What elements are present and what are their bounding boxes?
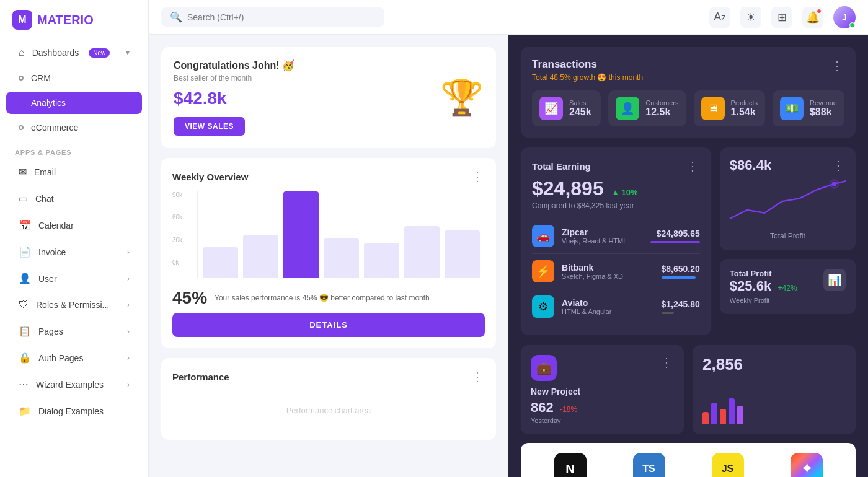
- dialog-icon: 📁: [19, 405, 31, 417]
- weekly-summary: 45% Your sales performance is 45% 😎 bett…: [172, 283, 485, 308]
- sidebar-item-email[interactable]: ✉ Email: [6, 160, 142, 184]
- svg-point-0: [832, 182, 836, 186]
- bitbank-logo: ⚡: [532, 260, 554, 282]
- main-area: 🔍 Az ☀ ⊞ 🔔 J Congratulations John! 🥳: [149, 0, 868, 477]
- earning-row-aviato: ⚙ Aviato HTML & Angular $1,245.80: [532, 289, 700, 324]
- ecommerce-label: eCommerce: [31, 123, 78, 133]
- details-button[interactable]: DETAILS: [172, 313, 485, 337]
- performance-title: Performance: [172, 372, 229, 382]
- bar-chart-wrapper: 90k 60k 30k 0k: [172, 191, 485, 278]
- sidebar-item-analytics[interactable]: Analytics: [6, 92, 142, 114]
- new-project-card: 💼 ⋮ New Project 862 -18% Yesterday: [521, 345, 684, 434]
- y-label-90: 90k: [172, 191, 182, 198]
- apps-section-label: APPS & PAGES: [0, 140, 148, 159]
- sales-value: 245k: [569, 107, 591, 118]
- roles-label: Roles & Permissi...: [36, 300, 109, 310]
- search-input[interactable]: [187, 12, 376, 22]
- dot-active-icon: [19, 100, 24, 105]
- revenue-info: Revenue $88k: [810, 99, 837, 118]
- view-sales-button[interactable]: VIEW SALES: [174, 117, 245, 136]
- new-project-icon: 💼: [531, 355, 557, 381]
- calendar-icon: 📅: [19, 219, 31, 231]
- weekly-profit-pct: +42%: [778, 284, 797, 292]
- brightness-icon[interactable]: ☀: [740, 7, 761, 28]
- bitbank-sub: Sketch, Figma & XD: [562, 273, 623, 280]
- trans-subtitle-suffix: this month: [609, 73, 643, 82]
- user-avatar[interactable]: J: [833, 6, 856, 28]
- logo-icon: M: [12, 10, 32, 30]
- bitbank-name: Bitbank: [562, 263, 623, 273]
- congrats-title: Congratulations John! 🥳: [174, 59, 294, 71]
- home-icon: ⌂: [19, 47, 25, 58]
- sidebar-item-calendar[interactable]: 📅 Calendar: [6, 213, 142, 237]
- sidebar-item-roles[interactable]: 🛡 Roles & Permissi... ›: [6, 293, 142, 317]
- sidebar-item-chat[interactable]: ▭ Chat: [6, 186, 142, 211]
- profit-column: $86.4k ⋮: [720, 147, 856, 335]
- trophy-icon: 🏆: [440, 81, 484, 115]
- sidebar-item-dashboards[interactable]: ⌂ Dashboards New ▾: [6, 41, 142, 64]
- earning-amount-row: $24,895 ▲ 10%: [532, 177, 700, 200]
- dot-icon-ecomm: [19, 125, 24, 130]
- total-profit-card: $86.4k ⋮: [720, 147, 856, 250]
- bar-6: [404, 226, 440, 278]
- zipcar-name: Zipcar: [562, 227, 627, 237]
- trans-header-content: Transactions Total 48.5% growth 😍 this m…: [532, 58, 643, 90]
- sidebar-item-dialog[interactable]: 📁 Dialog Examples: [6, 399, 142, 423]
- sales-info: Sales 245k: [569, 99, 591, 118]
- left-column: Congratulations John! 🥳 Best seller of t…: [149, 35, 508, 477]
- sidebar-item-pages[interactable]: 📋 Pages ›: [6, 319, 142, 343]
- sidebar-item-auth[interactable]: 🔒 Auth Pages ›: [6, 346, 142, 370]
- content-grid: Congratulations John! 🥳 Best seller of t…: [149, 35, 868, 477]
- search-icon: 🔍: [170, 11, 182, 23]
- project-count-row: 862 -18%: [531, 400, 674, 416]
- bitbank-bar: [662, 276, 696, 279]
- translate-icon[interactable]: Az: [709, 7, 730, 28]
- auth-label: Auth Pages: [38, 353, 83, 363]
- chevron-right-icon: ›: [127, 248, 130, 256]
- notification-icon[interactable]: 🔔: [802, 7, 823, 28]
- chat-icon: ▭: [19, 193, 28, 204]
- search-bar[interactable]: 🔍: [161, 7, 384, 27]
- calendar-label: Calendar: [38, 221, 74, 230]
- mini-bar-3: [720, 409, 726, 424]
- sidebar-item-user[interactable]: 👤 User ›: [6, 266, 142, 291]
- javascript-logo: JS: [712, 453, 744, 477]
- aviato-info: Aviato HTML & Angular: [562, 298, 611, 315]
- mini-bar-4: [728, 398, 735, 424]
- metric-sales: 📈 Sales 245k: [532, 90, 601, 126]
- bar-2: [243, 235, 278, 278]
- project-menu-icon[interactable]: ⋮: [660, 355, 674, 370]
- performance-menu-icon[interactable]: ⋮: [471, 369, 485, 384]
- aviato-val: $1,245.80: [662, 299, 700, 309]
- revenue-icon: 💵: [780, 97, 804, 120]
- sales-icon: 📈: [539, 97, 563, 120]
- weekly-profit-info: Total Profit $25.6k +42% Weekly Profit: [730, 269, 797, 304]
- zipcar-val: $24,895.65: [650, 229, 700, 239]
- dashboards-label: Dashboards: [32, 48, 79, 58]
- y-label-60: 60k: [172, 214, 182, 221]
- sidebar-item-wizard[interactable]: ⋯ Wizard Examples ›: [6, 372, 142, 396]
- trans-menu-icon[interactable]: ⋮: [831, 58, 844, 73]
- user-label: User: [38, 274, 57, 284]
- grid-icon[interactable]: ⊞: [771, 7, 792, 28]
- performance-header: Performance ⋮: [172, 369, 485, 384]
- shield-icon: 🛡: [19, 299, 29, 310]
- trans-metrics-row: 📈 Sales 245k 👤 Customers 12.5k: [532, 90, 844, 126]
- sidebar-item-crm[interactable]: CRM: [6, 67, 142, 89]
- weekly-title: Weekly Overview: [172, 172, 248, 182]
- weekly-profit-amount-row: $25.6k +42%: [730, 278, 797, 294]
- app-logo[interactable]: M MATERIO: [0, 0, 148, 40]
- weekly-profit-amount: $25.6k: [730, 278, 771, 294]
- revenue-value: $88k: [810, 107, 837, 118]
- weekly-menu-icon[interactable]: ⋮: [471, 169, 485, 184]
- trans-subtitle-prefix: Total 48.5% growth: [532, 73, 595, 82]
- profit-line-chart: [730, 173, 846, 229]
- profit-menu-icon[interactable]: ⋮: [832, 158, 846, 173]
- new-badge: New: [89, 48, 110, 58]
- earning-menu-icon[interactable]: ⋮: [686, 159, 700, 173]
- earning-header: Total Earning ⋮: [532, 159, 700, 173]
- sidebar-item-ecommerce[interactable]: eCommerce: [6, 116, 142, 139]
- project-pct: -18%: [560, 405, 577, 414]
- sidebar-item-invoice[interactable]: 📄 Invoice ›: [6, 240, 142, 264]
- performance-content: Performance chart area: [172, 392, 485, 429]
